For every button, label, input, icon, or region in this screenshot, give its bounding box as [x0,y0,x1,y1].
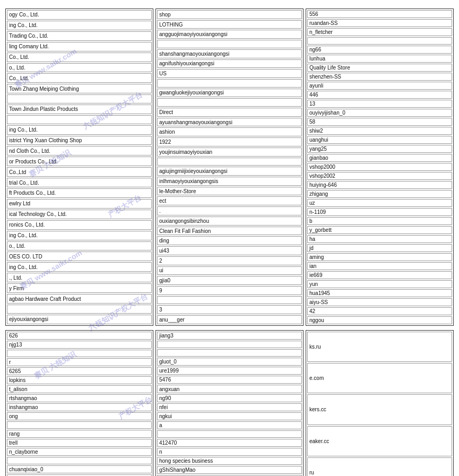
table-row: eaker.cc [307,426,452,456]
table-row: gShiShangMao [157,466,302,474]
table-row: ding [157,236,302,245]
table-row: ing Co., Ltd. [7,262,152,272]
table-row: ui43 [157,246,302,255]
table-row: lunhua [307,55,452,63]
table-row: yang25 [307,145,452,153]
table-row: ect [157,196,302,205]
table-row: ks.ru [307,332,452,362]
table-row: inlhmaoyiyouxiangongsis [157,177,302,186]
table-row: LOTHING [157,20,302,29]
table-row: ngkui [157,412,302,420]
table-row: shiw2 [307,127,452,135]
table-row: or Products Co., Ltd. [7,157,152,166]
table-row [7,350,152,357]
bottom-table-1: 626njg13r6265lopkinst_alisonrtshangmaoin… [5,330,153,476]
table-row [157,40,302,48]
table-row: agnifushiyouxiangongsi [157,59,302,68]
table-row: ronics Co., Ltd. [7,220,152,230]
table-row: Clean Fit Fall Fashion [157,227,302,236]
table-row: n_fletcher [307,28,452,36]
table-row: Co.,Ltd [7,167,152,177]
table-row: angguojimaoyiyouxiangongsi [157,30,302,39]
table-row [157,430,302,438]
table-row: agiujingmiijixieyouxiangongsi [157,167,302,176]
table-row: ., Ltd. [7,273,152,282]
table-row: o., Ltd. [7,63,152,73]
table-row: hua1945 [307,289,452,297]
table-row: a [157,421,302,429]
table-row: rang [7,430,152,438]
table-row: 5476 [157,376,302,384]
table-row: ru [307,457,452,476]
table-row: 626 [7,332,152,340]
bottom-table-2: jiang3gluot_0ure19995476angxuanng90nfein… [155,330,304,476]
table-row: shop [157,10,302,19]
table-row: ling Comany Ltd. [7,42,152,51]
table-row: angxuan [157,385,302,393]
table-row: Co., Ltd. [7,53,152,62]
table-row: njg13 [7,341,152,349]
table-row: trial Co., Ltd. [7,178,152,187]
table-row: US [157,69,302,78]
table-row: zhigang [307,190,452,198]
table-row: aming [307,253,452,261]
table-row: ejiyouxiangongsi [7,315,152,324]
table-row: y Firm [7,283,152,293]
table-row: ing Co., Ltd. [7,21,152,30]
table-row: gluot_0 [157,358,302,366]
table-row: 1922 [157,137,302,146]
table-row: rtshangmao [7,394,152,402]
table-row: ing Co., Ltd. [7,125,152,135]
table-row: Trading Co., Ltd. [7,31,152,41]
table-row [157,296,302,305]
table-row: le-Mother-Store [157,187,302,196]
table-row: . [157,206,302,215]
table-row: ayunli [307,82,452,90]
table-row: anu___ger [157,315,302,324]
table-row: uz [307,199,452,207]
table-row: 3 [157,305,302,314]
table-row: ayuanshangmaoyouxiangongsi [157,118,302,127]
table-row: b [307,217,452,225]
table-row: yun [307,280,452,288]
table-row: n-1109 [307,208,452,216]
table-row: shenzhen-SS [307,73,452,81]
table-row: 6265 [7,367,152,375]
table-row [7,421,152,429]
table-row [157,341,302,348]
table-row: ng90 [157,394,302,402]
table-row: youjinsuimaoyiyouxian [157,148,302,157]
table-row: vshop2002 [307,172,452,180]
table-row: OES CO. LTD [7,252,152,261]
table-row: ouxiangongsibinzhou [157,217,302,226]
table-row: lopkins [7,376,152,384]
table-row: y_gorbett [307,226,452,234]
table-row: gwangluokejiyouxiangongsi [157,89,302,98]
table-row: trell [7,439,152,447]
table-row [157,349,302,357]
table-row: uanghui [307,136,452,144]
table-row: ure1999 [157,367,302,375]
table-row: nd Cloth Co., Ltd. [7,146,152,155]
table-row [307,37,452,45]
table-row [157,98,302,107]
table-row: ical Technology Co., Ltd. [7,210,152,219]
table-row: ashion [157,127,302,136]
table-row: 58 [307,118,452,126]
table-row: jd [307,244,452,252]
table-row: ong [7,412,152,420]
table-row: jiang3 [157,332,302,340]
table-row: huiying-646 [307,181,452,189]
table-row: gianbao [307,154,452,162]
table-row: 412470 [157,439,302,447]
table-row [7,94,152,103]
table-row: vshop2000 [307,163,452,171]
page-container: ogy Co., Ltd.ing Co., Ltd.Trading Co., L… [0,0,459,476]
top-tables-grid: ogy Co., Ltd.ing Co., Ltd.Trading Co., L… [5,8,454,326]
table-row: ha [307,235,452,243]
table-row: aiyu-SS [307,298,452,306]
table-row: 13 [307,100,452,108]
table-row: o., Ltd. [7,241,152,251]
top-table-3: 556ruandan-SSn_fletcherng66lunhuaQuality… [306,8,454,326]
table-row: n_clayborne [7,448,152,456]
